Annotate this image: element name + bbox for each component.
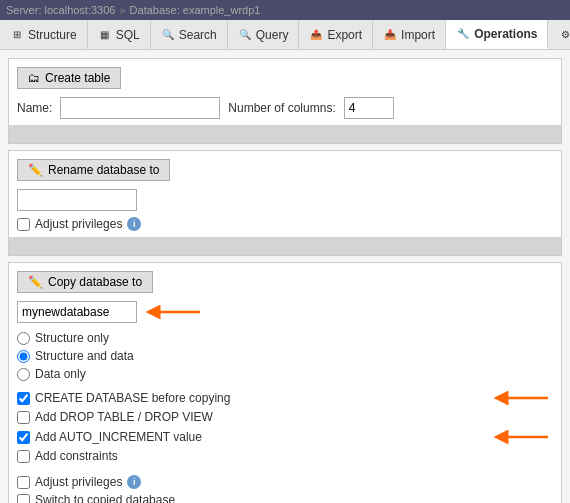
arrow-2: [493, 389, 553, 407]
create-table-form-row: Name: Number of columns:: [17, 97, 553, 119]
radio-data-only-label: Data only: [35, 367, 86, 381]
name-label: Name:: [17, 101, 52, 115]
nav-query[interactable]: 🔍 Query: [228, 20, 300, 49]
adjust-privileges-2-checkbox[interactable]: [17, 476, 30, 489]
add-constraints-row: Add constraints: [17, 449, 553, 463]
nav-structure[interactable]: ⊞ Structure: [0, 20, 88, 49]
database-label: Database: example_wrdp1: [130, 4, 261, 16]
copy-db-label: Copy database to: [48, 275, 142, 289]
adjust-privileges-2-label: Adjust privileges: [35, 475, 122, 489]
create-table-footer-grey: [9, 125, 561, 143]
radio-structure-data[interactable]: [17, 350, 30, 363]
nav-query-label: Query: [256, 28, 289, 42]
add-constraints-checkbox[interactable]: [17, 450, 30, 463]
add-constraints-label: Add constraints: [35, 449, 118, 463]
copy-db-name-input[interactable]: [17, 301, 137, 323]
nav-import-label: Import: [401, 28, 435, 42]
drop-table-checkbox[interactable]: [17, 411, 30, 424]
auto-increment-checkbox[interactable]: [17, 431, 30, 444]
nav-sql[interactable]: ▦ SQL: [88, 20, 151, 49]
nav-import[interactable]: 📥 Import: [373, 20, 446, 49]
server-label: Server: localhost:3306: [6, 4, 115, 16]
radio-structure-data-label: Structure and data: [35, 349, 134, 363]
content-area: 🗂 Create table Name: Number of columns: …: [0, 50, 570, 503]
create-db-checkbox[interactable]: [17, 392, 30, 405]
rename-db-label: Rename database to: [48, 163, 159, 177]
export-icon: 📤: [309, 28, 323, 42]
nav-sql-label: SQL: [116, 28, 140, 42]
radio-structure-only[interactable]: [17, 332, 30, 345]
copy-db-input-row: [17, 301, 553, 323]
query-icon: 🔍: [238, 28, 252, 42]
copy-options-group: Structure only Structure and data Data o…: [17, 331, 553, 381]
separator-1: »: [119, 4, 125, 16]
routines-icon: ⚙: [558, 28, 570, 42]
operations-icon: 🔧: [456, 27, 470, 41]
nav-operations-label: Operations: [474, 27, 537, 41]
auto-increment-label: Add AUTO_INCREMENT value: [35, 430, 202, 444]
radio-structure-data-row: Structure and data: [17, 349, 553, 363]
auto-increment-row: Add AUTO_INCREMENT value: [17, 428, 553, 446]
rename-icon: ✏️: [28, 163, 43, 177]
table-name-input[interactable]: [60, 97, 220, 119]
import-icon: 📥: [383, 28, 397, 42]
adjust-privileges-1-row: Adjust privileges i: [17, 217, 553, 231]
adjust-privileges-2-info-icon[interactable]: i: [127, 475, 141, 489]
create-table-header: 🗂 Create table: [17, 67, 553, 89]
drop-table-row: Add DROP TABLE / DROP VIEW: [17, 410, 553, 424]
structure-icon: ⊞: [10, 28, 24, 42]
switch-copied-db-label: Switch to copied database: [35, 493, 175, 503]
auto-increment-checkbox-row: Add AUTO_INCREMENT value: [17, 430, 493, 444]
search-icon: 🔍: [161, 28, 175, 42]
radio-data-only-row: Data only: [17, 367, 553, 381]
drop-table-label: Add DROP TABLE / DROP VIEW: [35, 410, 213, 424]
rename-db-form-row: [17, 189, 553, 211]
nav-bar: ⊞ Structure ▦ SQL 🔍 Search 🔍 Query 📤 Exp…: [0, 20, 570, 50]
create-db-checkbox-row: CREATE DATABASE before copying: [17, 391, 493, 405]
rename-db-input[interactable]: [17, 189, 137, 211]
copy-db-header: ✏️ Copy database to: [17, 271, 553, 293]
title-bar: Server: localhost:3306 » Database: examp…: [0, 0, 570, 20]
create-table-button[interactable]: 🗂 Create table: [17, 67, 121, 89]
nav-export-label: Export: [327, 28, 362, 42]
adjust-privileges-1-label: Adjust privileges: [35, 217, 122, 231]
switch-copied-db-row: Switch to copied database: [17, 493, 553, 503]
nav-structure-label: Structure: [28, 28, 77, 42]
table-icon: 🗂: [28, 71, 40, 85]
rename-db-button[interactable]: ✏️ Rename database to: [17, 159, 170, 181]
cols-label: Number of columns:: [228, 101, 335, 115]
nav-routines[interactable]: ⚙ Routines: [548, 20, 570, 49]
copy-icon: ✏️: [28, 275, 43, 289]
sql-icon: ▦: [98, 28, 112, 42]
create-table-section: 🗂 Create table Name: Number of columns:: [8, 58, 562, 144]
rename-db-footer-grey: [9, 237, 561, 255]
nav-export[interactable]: 📤 Export: [299, 20, 373, 49]
adjust-privileges-1-checkbox[interactable]: [17, 218, 30, 231]
nav-search-label: Search: [179, 28, 217, 42]
copy-checkboxes: CREATE DATABASE before copying Add DROP …: [17, 389, 553, 463]
copy-db-section: ✏️ Copy database to: [8, 262, 562, 503]
create-table-label: Create table: [45, 71, 110, 85]
cols-input[interactable]: [344, 97, 394, 119]
arrow-3: [493, 428, 553, 446]
radio-structure-only-label: Structure only: [35, 331, 109, 345]
rename-db-section: ✏️ Rename database to Adjust privileges …: [8, 150, 562, 256]
radio-data-only[interactable]: [17, 368, 30, 381]
rename-db-header: ✏️ Rename database to: [17, 159, 553, 181]
radio-structure-only-row: Structure only: [17, 331, 553, 345]
create-db-row: CREATE DATABASE before copying: [17, 389, 553, 407]
switch-copied-db-checkbox[interactable]: [17, 494, 30, 504]
adjust-privileges-1-info-icon[interactable]: i: [127, 217, 141, 231]
nav-search[interactable]: 🔍 Search: [151, 20, 228, 49]
adjust-privileges-2-row: Adjust privileges i: [17, 475, 553, 489]
arrow-1: [145, 301, 205, 323]
create-db-label: CREATE DATABASE before copying: [35, 391, 230, 405]
copy-db-button[interactable]: ✏️ Copy database to: [17, 271, 153, 293]
nav-operations[interactable]: 🔧 Operations: [446, 20, 548, 49]
